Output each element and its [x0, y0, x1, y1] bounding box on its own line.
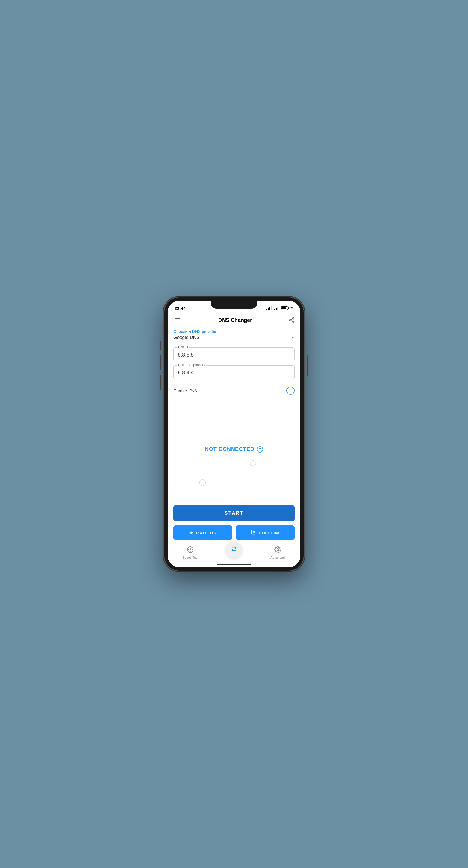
svg-line-4 — [291, 319, 293, 319]
ipv6-toggle[interactable] — [287, 386, 295, 395]
svg-rect-5 — [252, 530, 256, 534]
notch — [211, 301, 257, 309]
dns1-group: DNS 1 — [173, 347, 295, 361]
top-bar: DNS Changer — [168, 313, 300, 327]
action-buttons: ★ RATE US FOLLOW — [168, 521, 300, 544]
home-indicator — [168, 562, 300, 567]
speed-test-label: Speed Test — [182, 556, 199, 559]
start-button[interactable]: START — [173, 505, 295, 521]
bottom-nav: Speed Test — [168, 544, 300, 562]
star-icon: ★ — [189, 530, 194, 536]
signal-bar2-2 — [276, 308, 276, 310]
signal-bar-1 — [266, 309, 267, 310]
volume-mute-button[interactable] — [160, 341, 161, 350]
rate-us-label: RATE US — [196, 530, 217, 535]
signal-bar2-4 — [279, 306, 280, 310]
dropdown-arrow-icon: ▼ — [291, 336, 295, 340]
connection-status-text: NOT CONNECTED — [205, 446, 254, 452]
signal-bars-2 — [274, 306, 280, 310]
app-title: DNS Changer — [218, 317, 252, 323]
switch-icon — [231, 546, 237, 554]
battery-icon — [281, 306, 288, 310]
anim-circle-1 — [224, 450, 229, 455]
help-button[interactable]: ? — [257, 446, 263, 453]
home-bar — [216, 564, 252, 565]
advanced-label: Advanced — [270, 556, 285, 559]
provider-dropdown[interactable]: Google DNS ▼ — [173, 335, 295, 343]
speedometer-icon — [187, 546, 194, 555]
signal-bar-2 — [268, 308, 269, 310]
nav-advanced[interactable]: Advanced — [267, 546, 288, 559]
signal-bar-4 — [271, 306, 271, 310]
svg-point-9 — [277, 549, 279, 551]
dns2-label: DNS 2 (Optional) — [177, 363, 206, 367]
dns-inputs: DNS 1 DNS 2 (Optional) — [168, 343, 300, 383]
anim-circle-2 — [250, 460, 256, 466]
anim-circle-3 — [199, 479, 206, 486]
dns2-input[interactable] — [173, 365, 295, 379]
svg-line-3 — [291, 320, 293, 321]
signal-bar2-3 — [277, 307, 278, 310]
choose-dns-label: Choose a DNS provider — [173, 329, 295, 334]
status-time: 22:44 — [175, 306, 186, 311]
ipv6-label: Enable IPv6 — [173, 388, 197, 393]
share-button[interactable] — [289, 317, 295, 323]
gear-icon — [274, 546, 281, 555]
status-icons: 73 — [266, 306, 293, 310]
app-content: DNS Changer Choose a DNS provider G — [168, 313, 300, 567]
phone-frame: 22:44 73 — [164, 297, 304, 571]
nav-speed-test[interactable]: Speed Test — [180, 546, 201, 559]
dns1-input[interactable] — [173, 347, 295, 361]
dns2-group: DNS 2 (Optional) — [173, 365, 295, 379]
menu-button[interactable] — [173, 317, 181, 323]
instagram-icon — [251, 530, 257, 536]
follow-button[interactable]: FOLLOW — [236, 525, 295, 540]
battery-fill — [282, 307, 286, 309]
menu-line-3 — [175, 321, 180, 322]
follow-label: FOLLOW — [259, 530, 280, 535]
signal-bar-3 — [269, 307, 270, 310]
signal-bars — [266, 306, 271, 310]
dns1-label: DNS 1 — [177, 345, 189, 349]
provider-name: Google DNS — [173, 335, 200, 340]
menu-line-1 — [175, 318, 180, 319]
battery-text: 73 — [290, 307, 293, 310]
volume-down-button[interactable] — [160, 375, 161, 390]
ipv6-row: Enable IPv6 — [168, 383, 300, 398]
volume-up-button[interactable] — [160, 355, 161, 370]
signal-bar2-1 — [274, 309, 275, 310]
nav-center-button[interactable] — [226, 542, 242, 558]
middle-area: NOT CONNECTED ? — [168, 398, 300, 505]
menu-line-2 — [175, 320, 180, 320]
connection-status: NOT CONNECTED ? — [205, 446, 263, 453]
power-button[interactable] — [307, 355, 308, 376]
dns-provider-section: Choose a DNS provider Google DNS ▼ — [168, 327, 300, 343]
rate-us-button[interactable]: ★ RATE US — [173, 525, 232, 540]
phone-screen: 22:44 73 — [168, 301, 300, 567]
